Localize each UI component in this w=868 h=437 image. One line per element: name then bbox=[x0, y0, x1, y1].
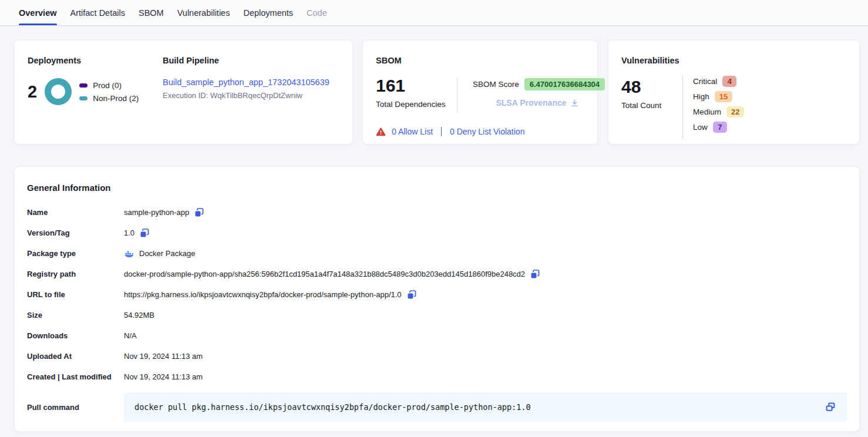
severity-label-critical: Critical bbox=[693, 77, 717, 86]
execution-id: Execution ID: WqkTilbBRqecQrpDtZwniw bbox=[163, 91, 329, 100]
info-row-version: Version/Tag 1.0 bbox=[27, 223, 847, 243]
tab-overview[interactable]: Overview bbox=[19, 0, 57, 25]
build-pipeline-title: Build Pipeline bbox=[163, 56, 329, 65]
copy-name-button[interactable] bbox=[194, 207, 204, 218]
vulnerabilities-title: Vulnerabilities bbox=[621, 56, 846, 65]
severity-row-high: High 15 bbox=[693, 89, 744, 104]
vulnerabilities-body: 48 Total Count Critical 4 High 15 Medium… bbox=[621, 76, 846, 140]
registry-path-label: Registry path bbox=[27, 270, 124, 278]
uploaded-at-value: Nov 19, 2024 11:13 am bbox=[124, 352, 203, 361]
sbom-total-label: Total Dependencies bbox=[376, 100, 446, 109]
sbom-divider bbox=[457, 78, 457, 112]
tab-code: Code bbox=[307, 0, 327, 25]
package-type-label: Package type bbox=[27, 249, 124, 258]
general-information-body: Name sample-python-app Version/Tag 1.0 bbox=[27, 202, 847, 422]
downloads-label: Downloads bbox=[27, 331, 124, 340]
size-label: Size bbox=[27, 311, 124, 320]
tab-bar: Overview Artifact Details SBOM Vulnerabi… bbox=[0, 0, 868, 26]
package-type-value: Docker Package bbox=[139, 249, 195, 258]
links-separator bbox=[441, 127, 442, 136]
deny-list-link[interactable]: 0 Deny List Violation bbox=[450, 127, 524, 136]
docker-icon bbox=[124, 250, 134, 258]
copy-outline-icon bbox=[825, 401, 836, 413]
pipeline-link[interactable]: Build_sample_python_app_1732043105639 bbox=[163, 78, 329, 87]
downloads-value: N/A bbox=[124, 331, 137, 340]
general-information-title: General Information bbox=[27, 183, 847, 193]
severity-row-medium: Medium 22 bbox=[693, 104, 744, 119]
sbom-title: SBOM bbox=[376, 56, 584, 65]
deployments-donut-chart bbox=[45, 78, 72, 105]
nonprod-legend-label: Non-Prod (2) bbox=[93, 94, 139, 103]
sbom-total-count: 161 bbox=[376, 77, 446, 95]
tab-vulnerabilities[interactable]: Vulnerabilities bbox=[177, 0, 230, 25]
download-icon bbox=[570, 99, 579, 107]
copy-icon bbox=[139, 228, 150, 238]
build-pipeline-section: Build Pipeline Build_sample_python_app_1… bbox=[163, 56, 329, 100]
general-information-card: General Information Name sample-python-a… bbox=[14, 166, 860, 432]
legend-item-prod: Prod (0) bbox=[79, 81, 139, 90]
vulnerabilities-total-count: 48 bbox=[621, 78, 661, 96]
tab-artifact-details[interactable]: Artifact Details bbox=[70, 0, 125, 25]
slsa-provenance-label: SLSA Provenance bbox=[496, 98, 566, 107]
info-row-downloads: Downloads N/A bbox=[27, 325, 847, 346]
pull-command-box: docker pull pkg.harness.io/ikpsjoavtcwxn… bbox=[124, 392, 847, 422]
info-row-created-modified: Created | Last modified Nov 19, 2024 11:… bbox=[27, 367, 847, 387]
tab-deployments[interactable]: Deployments bbox=[243, 0, 293, 25]
vulnerabilities-divider bbox=[682, 76, 683, 139]
sbom-card: SBOM 161 Total Dependencies SBOM Score 6… bbox=[362, 40, 598, 144]
sbom-policy-links: 0 Allow List 0 Deny List Violation bbox=[376, 127, 584, 136]
deployments-legend: Prod (0) Non-Prod (2) bbox=[79, 81, 139, 103]
severity-count-medium: 22 bbox=[726, 106, 744, 117]
info-row-registry-path: Registry path docker-prod/sample-python-… bbox=[27, 264, 847, 284]
uploaded-at-label: Uploaded At bbox=[27, 352, 124, 361]
prod-legend-label: Prod (0) bbox=[93, 81, 122, 90]
name-label: Name bbox=[27, 208, 124, 217]
created-modified-label: Created | Last modified bbox=[27, 372, 124, 381]
severity-label-medium: Medium bbox=[693, 107, 721, 116]
copy-icon bbox=[406, 290, 417, 300]
registry-path-value: docker-prod/sample-python-app/sha256:596… bbox=[124, 270, 525, 278]
version-label: Version/Tag bbox=[27, 228, 124, 237]
severity-count-low: 7 bbox=[713, 122, 727, 133]
copy-icon bbox=[530, 269, 540, 280]
info-row-pull-command: Pull command docker pull pkg.harness.io/… bbox=[27, 392, 847, 422]
copy-registry-path-button[interactable] bbox=[530, 269, 540, 280]
info-row-url: URL to file https://pkg.harness.io/ikpsj… bbox=[27, 284, 847, 305]
deployments-total-count: 2 bbox=[28, 83, 37, 100]
info-row-uploaded-at: Uploaded At Nov 19, 2024 11:13 am bbox=[27, 346, 847, 367]
sbom-stats: 161 Total Dependencies SBOM Score 6.4700… bbox=[376, 77, 584, 113]
vulnerabilities-total: 48 Total Count bbox=[621, 78, 661, 110]
info-row-name: Name sample-python-app bbox=[27, 202, 847, 223]
version-value: 1.0 bbox=[124, 228, 134, 237]
vulnerabilities-total-label: Total Count bbox=[621, 101, 661, 110]
warning-icon bbox=[376, 127, 386, 136]
pull-command-label: Pull command bbox=[27, 403, 124, 412]
name-value: sample-python-app bbox=[124, 208, 189, 217]
copy-url-button[interactable] bbox=[406, 290, 417, 300]
sbom-score-label: SBOM Score bbox=[473, 80, 519, 89]
legend-item-nonprod: Non-Prod (2) bbox=[79, 94, 139, 103]
prod-legend-swatch bbox=[79, 83, 88, 88]
copy-version-button[interactable] bbox=[139, 228, 150, 238]
size-value: 54.92MB bbox=[124, 311, 154, 320]
url-value: https://pkg.harness.io/ikpsjoavtcwxnqisy… bbox=[124, 290, 402, 299]
url-label: URL to file bbox=[27, 290, 124, 299]
severity-count-critical: 4 bbox=[722, 76, 736, 87]
created-modified-value: Nov 19, 2024 11:13 am bbox=[124, 372, 203, 381]
sbom-score-badge: 6.470017636684304 bbox=[524, 78, 605, 90]
severity-row-critical: Critical 4 bbox=[693, 73, 744, 89]
severity-count-high: 15 bbox=[715, 91, 732, 102]
copy-pull-command-button[interactable] bbox=[825, 401, 836, 413]
allow-list-link[interactable]: 0 Allow List bbox=[392, 127, 433, 136]
nonprod-legend-swatch bbox=[79, 96, 88, 100]
copy-icon bbox=[194, 207, 204, 218]
severity-label-high: High bbox=[693, 92, 709, 101]
severity-list: Critical 4 High 15 Medium 22 Low 7 bbox=[693, 73, 744, 135]
sbom-total: 161 Total Dependencies bbox=[376, 77, 446, 109]
sbom-score-row: SBOM Score 6.470017636684304 bbox=[473, 78, 602, 90]
slsa-provenance-button[interactable]: SLSA Provenance bbox=[496, 98, 578, 107]
severity-label-low: Low bbox=[693, 123, 708, 132]
tab-sbom[interactable]: SBOM bbox=[139, 0, 164, 25]
pull-command-value: docker pull pkg.harness.io/ikpsjoavtcwxn… bbox=[134, 402, 817, 412]
deployments-card: Deployments 2 Prod (0) Non-Prod (2) Buil… bbox=[14, 40, 353, 144]
